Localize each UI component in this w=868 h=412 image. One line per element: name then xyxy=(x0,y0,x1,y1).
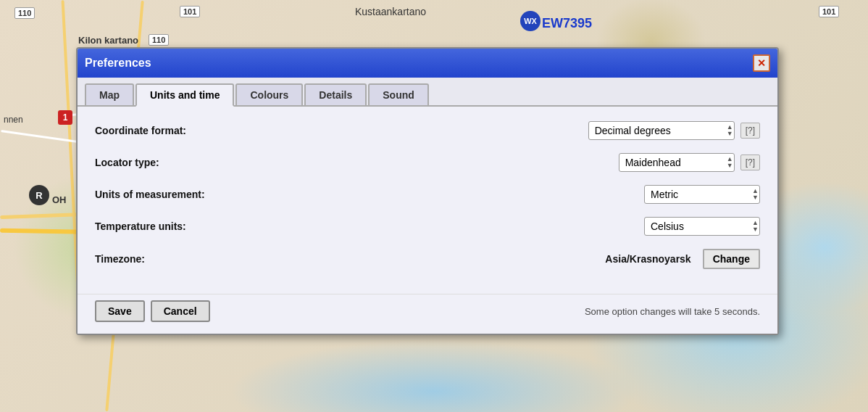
save-button[interactable]: Save xyxy=(95,300,145,322)
timezone-value: Asia/Krasnoyarsk xyxy=(605,253,690,265)
coordinate-format-select[interactable]: Decimal degrees Degrees minutes Degrees … xyxy=(588,121,735,140)
r-badge: R xyxy=(29,185,49,205)
tab-bar: Map Units and time Colours Details Sound xyxy=(78,78,777,107)
route-badge-1: 1 xyxy=(58,110,72,125)
tab-details[interactable]: Details xyxy=(304,83,367,105)
map-badge-101-top: 101 xyxy=(180,6,200,17)
map-badge-101-tr: 101 xyxy=(819,6,839,17)
timezone-change-button[interactable]: Change xyxy=(703,249,760,269)
temperature-units-controls: Celsius Fahrenheit ▲ ▼ xyxy=(644,217,760,236)
temperature-units-select-wrapper: Celsius Fahrenheit ▲ ▼ xyxy=(644,217,760,236)
temperature-units-select[interactable]: Celsius Fahrenheit xyxy=(644,217,760,236)
units-measurement-select-wrapper: Metric Imperial Nautical ▲ ▼ xyxy=(644,185,760,204)
dialog-titlebar: Preferences ✕ xyxy=(78,49,777,78)
map-label-kustaankartano: Kustaankartano xyxy=(355,6,426,17)
coordinate-format-controls: Decimal degrees Degrees minutes Degrees … xyxy=(588,121,760,140)
temperature-units-label: Temperature units: xyxy=(95,221,283,232)
map-label-oh: OH xyxy=(52,194,67,205)
coordinate-format-select-wrapper: Decimal degrees Degrees minutes Degrees … xyxy=(588,121,735,140)
temperature-units-row: Temperature units: Celsius Fahrenheit ▲ … xyxy=(95,217,760,236)
timezone-row: Timezone: Asia/Krasnoyarsk Change xyxy=(95,249,760,269)
timezone-controls: Asia/Krasnoyarsk Change xyxy=(605,249,760,269)
dialog-content: Coordinate format: Decimal degrees Degre… xyxy=(78,107,777,294)
wx-callsign-badge: WX xyxy=(520,11,541,31)
map-label-kilon: Kilon kartano xyxy=(78,35,138,46)
coordinate-format-label: Coordinate format: xyxy=(95,125,283,136)
locator-type-row: Locator type: Maidenhead MGRS UTM ▲ ▼ [?… xyxy=(95,153,760,172)
locator-type-controls: Maidenhead MGRS UTM ▲ ▼ [?] xyxy=(619,153,760,172)
coordinate-format-row: Coordinate format: Decimal degrees Degre… xyxy=(95,121,760,140)
map-badge-110-kilon: 110 xyxy=(149,34,169,46)
units-measurement-select[interactable]: Metric Imperial Nautical xyxy=(644,185,760,204)
map-badge-110-tl: 110 xyxy=(14,7,35,19)
close-button[interactable]: ✕ xyxy=(753,54,770,72)
coordinate-format-help[interactable]: [?] xyxy=(740,123,760,139)
tab-map[interactable]: Map xyxy=(85,83,134,105)
tab-sound[interactable]: Sound xyxy=(368,83,429,105)
footer-note: Some option changes will take 5 seconds. xyxy=(585,306,760,317)
units-measurement-controls: Metric Imperial Nautical ▲ ▼ xyxy=(644,185,760,204)
locator-type-label: Locator type: xyxy=(95,157,283,168)
locator-type-select-wrapper: Maidenhead MGRS UTM ▲ ▼ xyxy=(619,153,735,172)
tab-colours[interactable]: Colours xyxy=(235,83,303,105)
map-label-nnen: nnen xyxy=(4,115,23,125)
timezone-label: Timezone: xyxy=(95,253,283,265)
units-measurement-row: Units of measurement: Metric Imperial Na… xyxy=(95,185,760,204)
cancel-button[interactable]: Cancel xyxy=(151,300,210,322)
ew-label: EW7395 xyxy=(542,16,592,31)
preferences-dialog: Preferences ✕ Map Units and time Colours… xyxy=(76,47,779,335)
locator-type-select[interactable]: Maidenhead MGRS UTM xyxy=(619,153,735,172)
tab-units-and-time[interactable]: Units and time xyxy=(135,83,234,107)
units-measurement-label: Units of measurement: xyxy=(95,189,283,200)
dialog-title: Preferences xyxy=(85,57,151,70)
locator-type-help[interactable]: [?] xyxy=(740,154,760,170)
dialog-footer: Save Cancel Some option changes will tak… xyxy=(78,294,777,334)
